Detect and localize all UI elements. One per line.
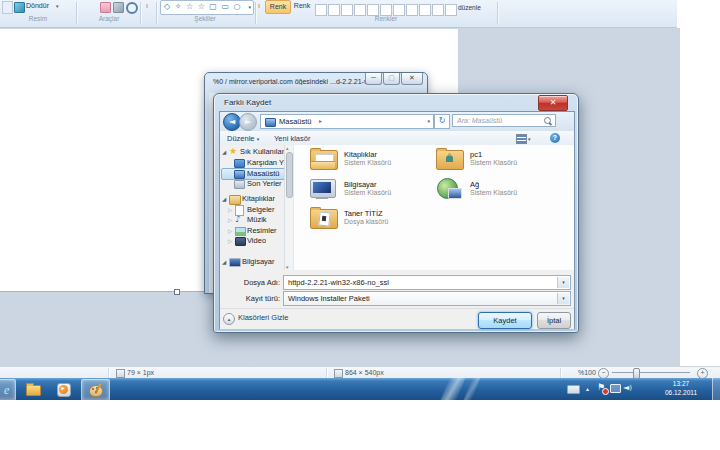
organize-button[interactable]: Düzenle ▾ xyxy=(227,134,259,143)
collapsed-icon[interactable]: ▷ xyxy=(228,216,232,224)
canvas-resize-handle[interactable] xyxy=(174,289,180,295)
desktop-screen: Döndür ▾ Resim Araçlar ⁞ ◇ ✧ ☆ ☆ ▢ ▭ ○ ▾… xyxy=(0,0,720,450)
hide-folders-label: Klasörleri Gizle xyxy=(238,313,288,322)
sidebar-item-downloads[interactable]: Karşıdan Yüklem xyxy=(221,158,284,168)
magnifier-icon[interactable] xyxy=(126,2,138,14)
sidebar-item-libraries[interactable]: ◢ Kitaplıklar xyxy=(221,194,284,204)
action-center-flag-icon[interactable]: ⚑ xyxy=(597,382,605,392)
sidebar-item-recent-places[interactable]: Son Yerler xyxy=(221,179,284,189)
taskbar-paint-button[interactable] xyxy=(81,379,110,401)
show-desktop-button[interactable] xyxy=(712,378,720,400)
cancel-button[interactable]: İptal xyxy=(537,312,571,329)
eyedropper-icon[interactable] xyxy=(113,2,124,13)
taskbar-glass-shine xyxy=(464,378,481,400)
sidebar-item-music[interactable]: ▷ ♪ Müzik xyxy=(221,215,284,225)
change-view-icon[interactable] xyxy=(516,134,527,144)
network-icon[interactable] xyxy=(610,384,621,393)
picture-icon xyxy=(235,227,246,236)
file-tile-pc1[interactable]: pc1 Sistem Klasörü xyxy=(434,148,556,174)
file-type-combo[interactable]: Windows Installer Paketi ▾ xyxy=(283,291,571,306)
organize-label: Düzenle xyxy=(227,134,255,143)
sidebar-item-computer[interactable]: ◢ Bilgisayar xyxy=(221,257,284,267)
volume-icon[interactable]: ◄) xyxy=(623,383,632,392)
sidebar-item-video[interactable]: ▷ Video xyxy=(221,236,284,246)
search-input[interactable] xyxy=(452,114,556,127)
language-keyboard-icon[interactable] xyxy=(567,385,580,394)
combo-dropdown-icon[interactable]: ▾ xyxy=(557,293,569,304)
shape-icons: ◇ ✧ ☆ ☆ ▢ ▭ ○ xyxy=(164,2,242,11)
scroll-down-icon[interactable]: ▾ xyxy=(286,264,289,270)
status-separator xyxy=(560,368,562,378)
rotate-button[interactable]: Döndür ▾ xyxy=(14,0,68,13)
desktop-icon xyxy=(234,170,245,179)
file-tile-network[interactable]: Ağ Sistem Klasörü xyxy=(434,178,556,204)
minimize-button[interactable]: ─ xyxy=(365,73,382,85)
hide-folders-button[interactable]: ▴ Klasörleri Gizle xyxy=(223,313,288,322)
address-dropdown-icon[interactable]: ▾ xyxy=(427,118,430,124)
breadcrumb-chevron-icon[interactable]: ▸ xyxy=(319,117,322,124)
new-folder-button[interactable]: Yeni klasör xyxy=(274,134,310,143)
address-bar[interactable]: Masaüstü ▸ ▾ xyxy=(260,114,434,129)
taskbar-explorer-button[interactable] xyxy=(19,379,46,399)
expanded-icon[interactable]: ◢ xyxy=(222,148,226,156)
collapsed-icon[interactable]: ▷ xyxy=(228,227,232,235)
expanded-icon[interactable]: ◢ xyxy=(222,195,226,203)
file-tile-libraries[interactable]: Kitaplıklar Sistem Klasörü xyxy=(308,148,430,174)
brush-overflow-icon[interactable]: ⁞ xyxy=(146,2,148,9)
image-size-icon xyxy=(334,369,343,378)
download-window-title[interactable]: %0 / mirror.veriportal.com öğesindeki ..… xyxy=(213,78,369,85)
address-location[interactable]: Masaüstü xyxy=(279,117,312,126)
sidebar-item-documents[interactable]: ▷ Belgeler xyxy=(221,205,284,215)
close-icon[interactable]: ✕ xyxy=(401,73,423,85)
collapsed-icon[interactable]: ▷ xyxy=(228,237,232,245)
shapes-gallery[interactable]: ◇ ✧ ☆ ☆ ▢ ▭ ○ ▾ xyxy=(160,0,254,15)
file-tile-computer[interactable]: Bilgisayar Sistem Klasörü xyxy=(308,178,430,204)
file-type-value: Windows Installer Paketi xyxy=(288,294,370,303)
taskbar-clock[interactable]: 13:27 06.12.2011 xyxy=(652,380,710,397)
help-icon[interactable]: ? xyxy=(550,133,560,143)
close-icon[interactable]: ✕ xyxy=(538,95,568,111)
file-name-combo[interactable]: httpd-2.2.21-win32-x86-no_ssl ▾ xyxy=(283,275,571,290)
computer-monitor-icon xyxy=(310,179,336,198)
taskbar-ie-button[interactable]: e xyxy=(0,379,16,401)
zoom-level-value: %100 xyxy=(578,369,596,376)
sidebar-item-label: Video xyxy=(247,236,266,246)
sidebar-item-label: Son Yerler xyxy=(247,179,282,189)
edit-colors-button[interactable]: düzenle xyxy=(458,4,481,11)
taskbar-media-player-button[interactable]: ▸ xyxy=(50,379,77,399)
video-icon xyxy=(235,237,246,246)
dialog-client-area: ◄ ► Masaüstü ▸ ▾ ↻ Düzenle ▾ Yeni klasör xyxy=(219,111,575,329)
folder-icon xyxy=(310,209,338,229)
sidebar-item-label: Kitaplıklar xyxy=(242,194,275,204)
file-type: Sistem Klasörü xyxy=(344,159,391,166)
folder-document xyxy=(318,211,330,226)
scrollbar-thumb[interactable] xyxy=(286,152,293,198)
refresh-button[interactable]: ↻ xyxy=(434,114,450,129)
user-folder-icon xyxy=(436,150,464,170)
rotate-icon xyxy=(14,2,25,13)
sidebar-item-favorites[interactable]: ◢ ★ Sık Kullanılanlar xyxy=(221,147,284,157)
maximize-button[interactable]: ▢ xyxy=(383,73,400,85)
clock-time: 13:27 xyxy=(652,380,710,389)
sidebar-scrollbar[interactable]: ▴ ▾ xyxy=(284,145,293,270)
dialog-title[interactable]: Farklı Kaydet xyxy=(224,98,271,107)
taskbar-glass-shine xyxy=(441,378,466,400)
downloads-folder-icon xyxy=(234,159,245,168)
sidebar-item-pictures[interactable]: ▷ Resimler xyxy=(221,226,284,236)
file-tile-taner-titiz[interactable]: Taner TİTİZ Dosya klasörü xyxy=(308,207,430,233)
scroll-up-icon[interactable]: ▴ xyxy=(286,145,289,151)
save-button[interactable]: Kaydet xyxy=(478,312,532,329)
color2-button[interactable]: Renk xyxy=(291,0,313,12)
zoom-slider-track[interactable] xyxy=(612,372,690,373)
color1-button[interactable]: Renk xyxy=(265,0,291,14)
sidebar-item-label: Masaüstü xyxy=(247,169,280,179)
cursor-position-icon xyxy=(116,369,125,378)
eraser-icon[interactable] xyxy=(100,2,111,13)
expanded-icon[interactable]: ◢ xyxy=(222,258,226,266)
size-overflow-icon[interactable]: ⁞ xyxy=(258,2,260,9)
forward-button[interactable]: ► xyxy=(239,113,257,131)
combo-dropdown-icon[interactable]: ▾ xyxy=(557,277,569,288)
view-dropdown-icon[interactable]: ▾ xyxy=(528,136,531,142)
tray-show-hidden-icon[interactable]: ▴ xyxy=(586,385,589,392)
collapsed-icon[interactable]: ▷ xyxy=(228,206,232,214)
